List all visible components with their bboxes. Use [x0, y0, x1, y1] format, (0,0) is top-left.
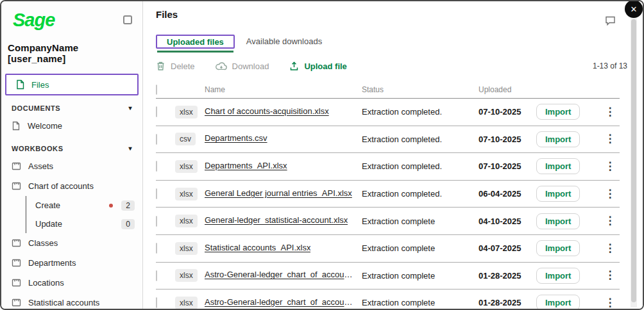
document-icon [12, 121, 21, 131]
delete-button[interactable]: Delete [156, 61, 195, 71]
sidebar-subitem[interactable]: Create 2 [26, 196, 142, 215]
workbook-icon [12, 279, 21, 287]
import-button[interactable]: Import [536, 213, 580, 229]
feedback-bubble-icon[interactable] [605, 15, 617, 26]
sidebar-item[interactable]: Classes [1, 233, 142, 253]
workbook-icon [12, 259, 21, 267]
tab-available-downloads[interactable]: Available downloads [242, 32, 326, 51]
trash-icon [156, 61, 165, 71]
file-name-link[interactable]: Astro-General-ledger_chart_of_account.xl… [205, 270, 355, 279]
sidebar-item[interactable]: Assets [1, 156, 142, 176]
close-button[interactable]: ✕ [625, 0, 643, 18]
row-checkbox[interactable] [156, 216, 157, 227]
kebab-menu-icon[interactable]: ⋮ [605, 135, 616, 143]
file-type-chip: xlsx [175, 269, 198, 282]
kebab-menu-icon[interactable]: ⋮ [605, 271, 616, 280]
import-button[interactable]: Import [536, 131, 580, 147]
file-type-chip: xlsx [175, 188, 198, 200]
tab-uploaded-files[interactable]: Uploaded files [157, 33, 233, 53]
toolbar: Delete Download Upload file [156, 59, 620, 73]
scrollbar-track[interactable] [631, 3, 637, 307]
sidebar-item[interactable]: Departments [1, 253, 142, 273]
table-row: xlsx Astro-General-ledger_chart_of_accou… [156, 290, 620, 310]
uploaded-date: 07-10-2025 [479, 161, 536, 171]
import-button[interactable]: Import [536, 186, 580, 202]
sidebar-item[interactable]: Chart of accounts [1, 176, 142, 196]
status-text: Extraction completed. [362, 161, 479, 171]
file-name-link[interactable]: Departments.csv [205, 133, 267, 143]
sidebar-subitem-label: Create [35, 200, 60, 210]
import-button[interactable]: Import [536, 240, 580, 256]
select-all-checkbox[interactable] [156, 85, 157, 95]
table-row: xlsx General Ledger journal entries_API.… [156, 181, 620, 208]
file-name-link[interactable]: Astro-General-ledger_chart_of_account.xl… [205, 297, 355, 307]
row-checkbox[interactable] [156, 270, 157, 281]
file-name-link[interactable]: Statistical accounts_API.xlsx [205, 243, 310, 252]
row-checkbox[interactable] [156, 297, 157, 308]
download-button[interactable]: Download [216, 61, 269, 71]
chevron-down-icon[interactable]: ▾ [128, 145, 132, 152]
file-name-link[interactable]: General-ledger_statistical-account.xlsx [205, 215, 348, 225]
uploaded-date: 07-10-2025 [479, 107, 536, 117]
kebab-menu-icon[interactable]: ⋮ [605, 216, 616, 225]
sidebar-item[interactable]: Welcome [1, 116, 142, 136]
uploaded-date: 04-07-2025 [479, 243, 536, 253]
section-items: Assets Chart of accounts Create 2 Update… [1, 156, 142, 310]
workbook-icon [12, 182, 21, 190]
import-button[interactable]: Import [536, 295, 580, 310]
sidebar-item[interactable]: Locations [1, 273, 142, 293]
row-checkbox[interactable] [156, 188, 157, 199]
column-header-status[interactable]: Status [362, 85, 479, 94]
sidebar-subitem-label: Update [35, 219, 62, 229]
table-body: xlsx Chart of accounts-acquisition.xlsx … [156, 99, 620, 310]
status-text: Extraction complete [362, 298, 479, 307]
chevron-down-icon[interactable]: ▾ [128, 105, 132, 111]
sidebar-item-label: Locations [28, 278, 64, 288]
table-row: xlsx Departments_API.xlsx Extraction com… [156, 153, 620, 181]
kebab-menu-icon[interactable]: ⋮ [605, 108, 616, 117]
workbook-icon [12, 162, 21, 170]
row-checkbox[interactable] [156, 106, 157, 117]
row-checkbox[interactable] [156, 161, 157, 172]
uploaded-date: 01-28-2025 [479, 298, 536, 307]
column-header-name[interactable]: Name [205, 85, 362, 94]
scrollbar-thumb[interactable] [631, 19, 636, 302]
import-button[interactable]: Import [536, 268, 580, 284]
row-checkbox[interactable] [156, 134, 157, 145]
kebab-menu-icon[interactable]: ⋮ [605, 162, 616, 171]
upload-file-button[interactable]: Upload file [289, 61, 346, 71]
section-header[interactable]: WORKBOOKS ▾ [1, 136, 142, 156]
section-header[interactable]: DOCUMENTS ▾ [1, 95, 142, 116]
row-checkbox[interactable] [156, 243, 157, 254]
file-name-link[interactable]: Departments_API.xlsx [205, 161, 287, 170]
kebab-menu-icon[interactable]: ⋮ [605, 244, 616, 253]
sidebar: Sage CompanyName [user_name] Files DOCUM… [1, 1, 143, 309]
file-type-chip: xlsx [175, 106, 198, 118]
sidebar-item[interactable]: Statistical accounts [1, 293, 142, 310]
import-button[interactable]: Import [536, 158, 580, 174]
kebab-menu-icon[interactable]: ⋮ [605, 190, 616, 199]
upload-file-label: Upload file [304, 61, 346, 71]
sidebar-section: DOCUMENTS ▾ Welcome [1, 95, 142, 136]
uploaded-date: 01-28-2025 [479, 271, 536, 281]
sidebar-section: WORKBOOKS ▾ Assets Chart of accounts Cre… [1, 136, 142, 310]
cloud-download-icon [216, 61, 227, 71]
import-button[interactable]: Import [536, 104, 580, 120]
count-badge: 0 [121, 219, 135, 229]
column-header-uploaded[interactable]: Uploaded [479, 85, 536, 94]
section-label: DOCUMENTS [12, 104, 60, 112]
page-title: Files [156, 9, 620, 20]
file-name-link[interactable]: General Ledger journal entries_API.xlsx [205, 188, 352, 198]
sidebar-subitem[interactable]: Update 0 [26, 215, 142, 233]
status-text: Extraction complete [362, 271, 479, 281]
file-type-chip: csv [175, 133, 196, 145]
sage-logo: Sage [13, 10, 55, 29]
sidebar-item-files[interactable]: Files [5, 74, 139, 95]
file-name-link[interactable]: Chart of accounts-acquisition.xlsx [205, 106, 329, 116]
upload-icon [289, 61, 299, 71]
file-icon [15, 79, 25, 90]
kebab-menu-icon[interactable]: ⋮ [605, 298, 616, 307]
sidebar-collapse-icon[interactable] [123, 15, 132, 24]
sidebar-item-label: Files [31, 80, 49, 90]
table-row: xlsx Chart of accounts-acquisition.xlsx … [156, 99, 620, 126]
